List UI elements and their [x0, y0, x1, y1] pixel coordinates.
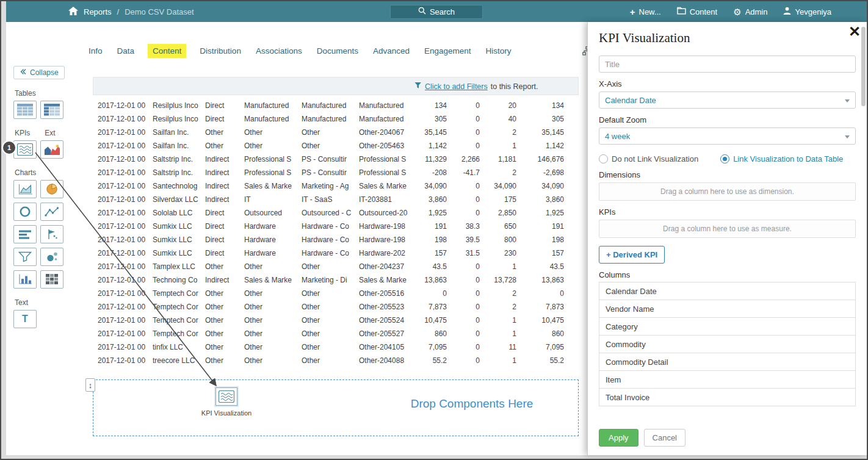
default-zoom-select[interactable]: 4 week [599, 128, 856, 145]
resize-vertical-handle[interactable]: ↕ [85, 378, 95, 392]
plus-icon: + [630, 7, 635, 16]
table-row[interactable]: 2017-12-01 00Sumkix LLCDirectHardwareHar… [93, 246, 573, 260]
kpi-visualization-dropped-icon[interactable] [215, 387, 237, 406]
tab-advanced[interactable]: Advanced [372, 44, 411, 58]
table-row[interactable]: 2017-12-01 00Sumkix LLCDirectHardwareHar… [93, 233, 573, 246]
table-cell: Direct [200, 246, 239, 260]
table-cell: Other-205516 [354, 287, 411, 300]
table-row[interactable]: 2017-12-01 00Temptech CorOtherOtherOther… [93, 314, 573, 327]
tab-distribution[interactable]: Distribution [198, 44, 242, 58]
column-chart-icon[interactable] [13, 270, 37, 289]
line-chart-icon[interactable] [40, 203, 63, 221]
drop-components-zone[interactable]: KPI Visualization Drop Components Here [93, 379, 579, 436]
content-button[interactable]: Content [677, 7, 718, 16]
table-cell: 2017-12-01 00 [93, 233, 148, 246]
column-item[interactable]: Category [599, 317, 856, 336]
table-cell: 0 [455, 340, 488, 354]
table-row[interactable]: 2017-12-01 00Sailfan Inc.OtherOtherOther… [93, 126, 573, 139]
donut-chart-icon[interactable] [13, 203, 37, 221]
table-row[interactable]: 2017-12-01 00Sololab LLCDirectOutsourced… [93, 206, 573, 220]
heatmap-icon[interactable] [40, 270, 63, 289]
tab-history[interactable]: History [485, 44, 513, 58]
tab-content[interactable]: Content [148, 44, 186, 58]
search-box[interactable]: Search [390, 5, 483, 19]
collapse-button[interactable]: Collapse [13, 66, 65, 79]
kpi-visualization-icon[interactable] [13, 140, 37, 159]
table-row[interactable]: 2017-12-01 00Tamplex LLCOtherOtherOtherO… [93, 260, 573, 273]
table-icon[interactable] [13, 101, 37, 119]
table-row[interactable]: 2017-12-01 00Resilplus IncoDirectManufac… [93, 112, 573, 126]
dimensions-dropzone[interactable]: Drag a column here to use as dimension. [599, 182, 856, 201]
annotation-step-badge: 1 [3, 142, 15, 154]
panel-scrollbar[interactable] [861, 27, 866, 106]
table-row[interactable]: 2017-12-01 00Silverdax LLCIndirectITIT -… [93, 193, 573, 206]
title-input[interactable] [599, 56, 856, 73]
table-cell: 43.5 [411, 260, 455, 273]
crosstab-icon[interactable] [40, 101, 63, 119]
new-button[interactable]: + New... [630, 7, 661, 16]
event-chart-icon[interactable] [40, 225, 63, 243]
table-cell: 1,925 [525, 206, 573, 220]
text-section-label: Text [15, 298, 90, 307]
bar-chart-icon[interactable] [13, 225, 37, 243]
table-cell: Other [200, 139, 239, 153]
text-component-icon[interactable]: T [13, 310, 37, 328]
table-cell: 7,873 [411, 300, 455, 314]
filter-suffix: to this Report. [491, 82, 538, 91]
table-row[interactable]: 2017-12-01 00Technoing CoIndirectSales &… [93, 273, 573, 287]
table-row[interactable]: 2017-12-01 00Temptech CorOtherOtherOther… [93, 287, 573, 300]
table-cell: treecore LLC [148, 354, 200, 367]
column-item[interactable]: Vendor Name [599, 300, 856, 318]
radio-link-to-data-table[interactable]: Link Visualization to Data Table [720, 154, 843, 164]
tab-data[interactable]: Data [116, 44, 136, 58]
cancel-button[interactable]: Cancel [644, 429, 685, 447]
table-cell: Sumkix LLC [148, 233, 200, 246]
table-cell: 0 [455, 179, 488, 193]
kpis-label: KPIs [599, 207, 856, 217]
radio-unchecked-icon [599, 154, 608, 164]
table-cell: -2,698 [525, 166, 573, 179]
table-row[interactable]: 2017-12-01 00treecore LLCOtherOtherOther… [93, 354, 573, 367]
pie-chart-icon[interactable] [40, 180, 63, 198]
close-icon[interactable]: ✕ [848, 23, 861, 41]
column-item[interactable]: Item [599, 370, 856, 389]
kpis-dropzone[interactable]: Drag a column here to use as measure. [599, 220, 856, 238]
column-item[interactable]: Commodity [599, 335, 856, 353]
tab-engagement[interactable]: Engagement [423, 44, 472, 58]
table-cell: Sales & Marke [354, 273, 411, 287]
column-item[interactable]: Commodity Detail [599, 353, 856, 371]
table-row[interactable]: 2017-12-01 00Sailfan Inc.OtherOtherOther… [93, 139, 573, 153]
derived-kpi-button[interactable]: + Derived KPI [599, 246, 665, 264]
data-table: 2017-12-01 00Resilplus IncoDirectManufac… [93, 99, 573, 367]
table-cell: 1,142 [525, 139, 573, 153]
breadcrumb-section[interactable]: Reports [84, 7, 112, 16]
add-filters-link[interactable]: Click to add Filters [425, 82, 488, 91]
user-menu[interactable]: Yevgeniya [783, 7, 831, 16]
area-chart-icon[interactable] [13, 180, 37, 198]
table-row[interactable]: 2017-12-01 00Saltstrip Inc.IndirectProfe… [93, 166, 573, 179]
column-item[interactable]: Total Invoice [599, 388, 856, 406]
table-row[interactable]: 2017-12-01 00Sumkix LLCDirectHardwareHar… [93, 220, 573, 233]
table-cell: 39.5 [455, 233, 488, 246]
external-visualization-icon[interactable] [40, 140, 63, 159]
column-item[interactable]: Calendar Date [599, 282, 856, 300]
table-cell: Other [239, 314, 297, 327]
table-row[interactable]: 2017-12-01 00Saltstrip Inc.IndirectProfe… [93, 153, 573, 166]
table-row[interactable]: 2017-12-01 00SantechnologIndirectSales &… [93, 179, 573, 193]
tab-associations[interactable]: Associations [255, 44, 303, 58]
apply-button[interactable]: Apply [599, 429, 638, 447]
tab-documents[interactable]: Documents [316, 44, 360, 58]
home-icon[interactable] [68, 7, 78, 17]
funnel-chart-icon[interactable] [13, 248, 37, 266]
table-row[interactable]: 2017-12-01 00Temptech CorOtherOtherOther… [93, 327, 573, 340]
table-row[interactable]: 2017-12-01 00Resilplus IncoDirectManufac… [93, 99, 573, 112]
radio-do-not-link[interactable]: Do not Link Visualization [599, 154, 698, 164]
table-cell: 0 [411, 287, 455, 300]
xaxis-select[interactable]: Calendar Date [599, 92, 856, 109]
table-row[interactable]: 2017-12-01 00tinfix LLCOtherOtherOtherOt… [93, 340, 573, 354]
table-row[interactable]: 2017-12-01 00Temptech CorOtherOtherOther… [93, 300, 573, 314]
bubble-chart-icon[interactable] [40, 248, 63, 266]
admin-button[interactable]: ⚙ Admin [733, 7, 767, 16]
xaxis-value: Calendar Date [605, 96, 656, 105]
tab-info[interactable]: Info [87, 44, 104, 58]
